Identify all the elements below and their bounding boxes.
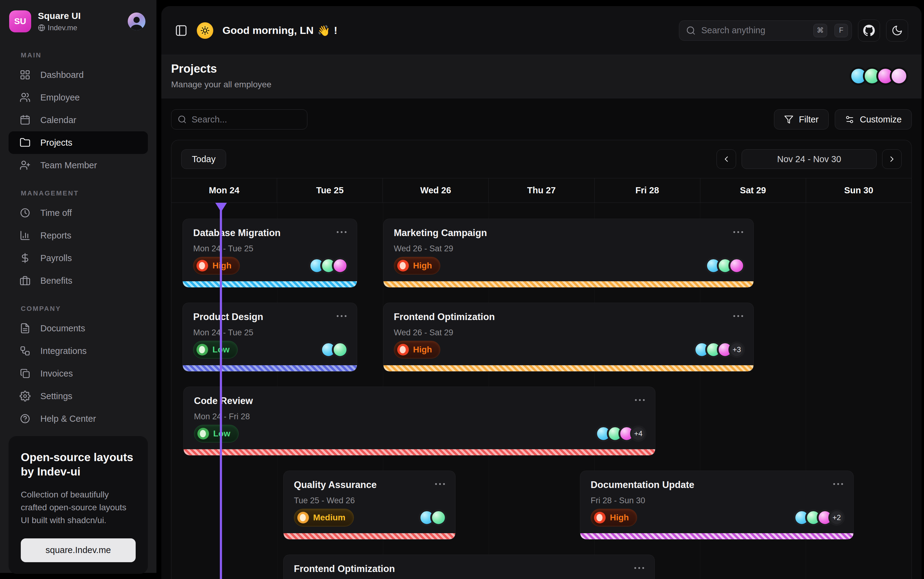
sidebar-item-label: Invoices <box>40 369 73 379</box>
project-card-quality-assurance[interactable]: Quality AssuranceTue 25 - Wed 26Medium <box>283 471 455 540</box>
promo-description: Collection of beautifully crafted open-s… <box>21 488 136 527</box>
progress-stripe <box>183 449 655 455</box>
sidebar-item-dashboard[interactable]: Dashboard <box>8 64 148 86</box>
github-button[interactable] <box>858 20 880 41</box>
brand-domain: Indev.me <box>38 23 81 32</box>
project-dates: Wed 26 - Sat 29 <box>394 328 743 337</box>
greeting-text: Good morning, LN 👋 ! <box>223 25 337 37</box>
sidebar-item-reports[interactable]: Reports <box>8 224 148 247</box>
progress-stripe <box>183 365 357 371</box>
sidebar-item-documents[interactable]: Documents <box>8 317 148 340</box>
projects-search-input[interactable]: Search... <box>171 109 307 129</box>
customize-button[interactable]: Customize <box>835 109 912 129</box>
project-card-documentation-update[interactable]: Documentation UpdateFri 28 - Sun 30High+… <box>580 471 854 540</box>
project-card-database-migration[interactable]: Database MigrationMon 24 - Tue 25High <box>182 219 357 288</box>
page-subtitle: Manage your all employee <box>171 80 271 90</box>
day-header-sun-30: Sun 30 <box>806 178 911 203</box>
card-menu-button[interactable] <box>337 227 347 233</box>
avatar-overflow-badge: +2 <box>828 509 845 526</box>
project-title: Marketing Campaign <box>394 227 487 239</box>
priority-dot <box>197 428 209 440</box>
timeline-header: Today Nov 24 - Nov 30 <box>171 140 911 178</box>
theme-toggle-button[interactable] <box>886 20 908 41</box>
project-card-frontend-optimization[interactable]: Frontend Optimization <box>283 554 655 579</box>
day-header-tue-25: Tue 25 <box>277 178 383 203</box>
project-title: Frontend Optimization <box>394 311 495 322</box>
sidebar-toggle-button[interactable] <box>175 24 188 37</box>
timeline-panel: Today Nov 24 - Nov 30 Mon 24Tue <box>171 140 912 579</box>
progress-stripe <box>283 533 455 539</box>
sidebar-item-settings[interactable]: Settings <box>8 385 148 407</box>
day-header-fri-28: Fri 28 <box>594 178 700 203</box>
global-search-input[interactable]: Search anything ⌘ F <box>679 20 852 41</box>
card-menu-button[interactable] <box>733 227 743 233</box>
user-avatar[interactable] <box>128 13 146 30</box>
sidebar-item-employee[interactable]: Employee <box>8 86 148 109</box>
assignee-avatar-group <box>419 509 447 526</box>
project-card-marketing-campaign[interactable]: Marketing CampaignWed 26 - Sat 29High <box>383 219 754 288</box>
avatar-overflow-badge: +3 <box>729 342 745 358</box>
sidebar-item-label: Team Member <box>40 160 97 170</box>
priority-badge: Medium <box>294 509 354 527</box>
page-title: Projects <box>171 62 271 75</box>
search-icon <box>177 115 187 124</box>
assignee-avatar <box>430 509 447 526</box>
sidebar-item-label: Settings <box>40 391 72 401</box>
project-card-product-design[interactable]: Product DesignMon 24 - Tue 25Low <box>182 303 357 372</box>
filter-button[interactable]: Filter <box>774 109 829 129</box>
toolbar-actions: Filter Customize <box>774 109 912 129</box>
sidebar-item-time-off[interactable]: Time off <box>8 201 148 224</box>
sidebar-nav: MAINDashboardEmployeeCalendarProjectsTea… <box>0 38 156 430</box>
chart-column-icon <box>20 230 31 241</box>
assignee-avatar-group <box>309 257 348 274</box>
assignee-avatar <box>729 257 745 274</box>
project-dates: Tue 25 - Wed 26 <box>294 496 445 505</box>
next-week-button[interactable] <box>882 149 902 169</box>
card-menu-button[interactable] <box>337 311 347 317</box>
sidebar-item-payrolls[interactable]: Payrolls <box>8 247 148 269</box>
sidebar-item-team-member[interactable]: Team Member <box>8 154 148 177</box>
sidebar-item-integrations[interactable]: Integrations <box>8 340 148 362</box>
github-icon <box>863 25 875 36</box>
card-menu-button[interactable] <box>634 563 644 569</box>
panel-left-icon <box>175 24 188 37</box>
search-icon <box>686 26 696 36</box>
chevron-left-icon <box>722 155 731 164</box>
moon-icon <box>891 25 903 36</box>
gear-icon <box>20 391 31 402</box>
brand-domain-label: Indev.me <box>48 23 77 32</box>
promo-link-button[interactable]: square.Indev.me <box>21 538 136 562</box>
card-menu-button[interactable] <box>833 479 843 485</box>
sidebar-item-label: Help & Center <box>40 414 96 424</box>
prev-week-button[interactable] <box>716 149 736 169</box>
card-menu-button[interactable] <box>635 396 645 401</box>
priority-badge: Low <box>193 341 238 358</box>
gantt-body: Database MigrationMon 24 - Tue 25HighMar… <box>171 203 911 579</box>
day-header-wed-26: Wed 26 <box>383 178 488 203</box>
card-menu-button[interactable] <box>435 479 445 485</box>
project-card-frontend-optimization[interactable]: Frontend OptimizationWed 26 - Sat 29High… <box>383 303 754 372</box>
users-icon <box>20 92 31 103</box>
sidebar-item-help-center[interactable]: Help & Center <box>8 407 148 430</box>
brand-block: Square UI Indev.me <box>38 11 81 32</box>
priority-badge: High <box>394 341 440 358</box>
project-card-code-review[interactable]: Code ReviewMon 24 - Fri 28Low+4 <box>183 387 655 456</box>
project-title: Frontend Optimization <box>294 563 395 574</box>
avatar-overflow-badge: +4 <box>630 425 647 442</box>
day-header-sat-29: Sat 29 <box>700 178 806 203</box>
progress-stripe <box>183 281 357 287</box>
card-menu-button[interactable] <box>733 311 743 317</box>
sidebar-item-calendar[interactable]: Calendar <box>8 109 148 131</box>
projects-search-placeholder: Search... <box>192 114 227 124</box>
layout-grid-icon <box>20 69 31 80</box>
sliders-icon <box>845 115 854 124</box>
progress-stripe <box>383 281 754 287</box>
sidebar-item-invoices[interactable]: Invoices <box>8 362 148 385</box>
globe-icon <box>38 24 45 31</box>
sidebar-item-label: Benefits <box>40 276 72 286</box>
sidebar-item-benefits[interactable]: Benefits <box>8 269 148 292</box>
date-range-button[interactable]: Nov 24 - Nov 30 <box>742 149 876 169</box>
today-button[interactable]: Today <box>181 149 226 169</box>
page-header-text: Projects Manage your all employee <box>171 62 271 90</box>
sidebar-item-projects[interactable]: Projects <box>8 131 148 154</box>
